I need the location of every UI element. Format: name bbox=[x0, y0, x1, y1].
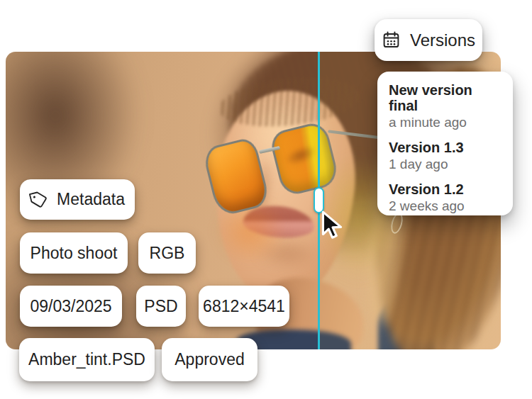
metadata-tag-color-mode[interactable]: RGB bbox=[138, 232, 196, 274]
version-item[interactable]: Version 1.2 2 weeks ago bbox=[389, 181, 501, 214]
version-item[interactable]: Version 1.3 1 day ago bbox=[389, 140, 501, 172]
versions-panel: New version final a minute ago Version 1… bbox=[377, 72, 513, 215]
metadata-tag-format[interactable]: PSD bbox=[136, 286, 186, 327]
version-time: a minute ago bbox=[389, 116, 501, 130]
metadata-tag-filename[interactable]: Amber_tint.PSD bbox=[19, 338, 155, 381]
version-time: 2 weeks ago bbox=[389, 199, 501, 214]
versions-button-label: Versions bbox=[410, 30, 475, 50]
version-time: 1 day ago bbox=[389, 157, 501, 172]
closed-eye-shadow bbox=[282, 142, 319, 169]
metadata-tag-photo-shoot[interactable]: Photo shoot bbox=[20, 232, 128, 274]
metadata-button[interactable]: Metadata bbox=[20, 179, 135, 220]
metadata-tag-status[interactable]: Approved bbox=[162, 338, 257, 381]
version-item[interactable]: New version final a minute ago bbox=[389, 82, 501, 130]
asset-review-screen: Versions New version final a minute ago … bbox=[0, 0, 532, 399]
versions-button[interactable]: Versions bbox=[375, 19, 482, 61]
calendar-icon bbox=[382, 30, 401, 50]
comparison-slider-handle[interactable] bbox=[314, 187, 324, 213]
version-name: New version final bbox=[389, 82, 501, 113]
metadata-button-label: Metadata bbox=[57, 190, 125, 209]
tag-icon bbox=[28, 189, 50, 211]
mouse-pointer-icon bbox=[321, 210, 343, 242]
version-name: Version 1.3 bbox=[389, 140, 501, 155]
metadata-tag-dimensions[interactable]: 6812×4541 bbox=[199, 286, 289, 327]
version-name: Version 1.2 bbox=[389, 181, 501, 197]
metadata-tag-date[interactable]: 09/03/2025 bbox=[20, 286, 122, 327]
